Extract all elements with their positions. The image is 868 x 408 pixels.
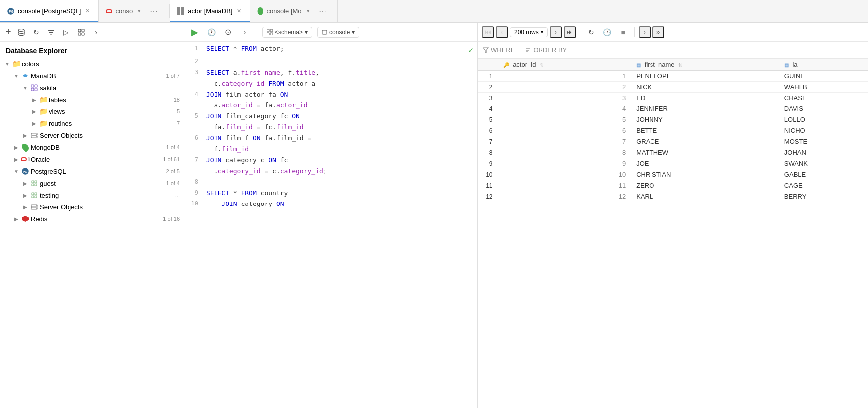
label-colors: colors	[22, 60, 180, 68]
stop-btn[interactable]: ■	[616, 25, 630, 39]
table-row[interactable]: 3 3 ED CHASE	[478, 93, 868, 103]
label-oracle: Oracle	[31, 156, 160, 163]
sort-first-name[interactable]: ⇅	[678, 62, 682, 68]
db-icon-btn[interactable]	[14, 25, 28, 39]
where-filter[interactable]: WHERE	[478, 45, 520, 55]
svg-rect-35	[322, 30, 327, 34]
next-page-btn[interactable]: ›	[550, 26, 562, 38]
sidebar-item-server-objects-pg[interactable]: ▶ Server Objects	[0, 201, 184, 213]
table-row[interactable]: 5 5 JOHNNY LOLLO	[478, 114, 868, 125]
table-row[interactable]: 2 2 NICK WAHLB	[478, 82, 868, 93]
tab-bar: PG console [PostgreSQL] ✕ conso ▾ ⋯ acto…	[0, 0, 868, 23]
data-table[interactable]: 🔑 actor_id ⇅ ▦ first_name ⇅ ▦ la	[478, 59, 868, 408]
table-row[interactable]: 1 1 PENELOPE GUINE	[478, 71, 868, 82]
svg-text:PG: PG	[23, 170, 27, 173]
add-button[interactable]: +	[4, 27, 13, 37]
table-row[interactable]: 8 8 MATTHEW JOHAN	[478, 147, 868, 158]
row-num: 10	[478, 169, 498, 180]
arrow-routines: ▶	[31, 121, 38, 126]
col-header-first-name[interactable]: ▦ first_name ⇅	[631, 59, 779, 71]
refresh-results-btn[interactable]: ↻	[584, 25, 598, 39]
tab-mongo-console[interactable]: console [Mo ▾ ⋯	[250, 0, 337, 22]
sidebar-item-guest[interactable]: ▶ guest 1 of 4	[0, 177, 184, 189]
mongo-icon	[257, 7, 263, 15]
col-label-first-name: first_name	[645, 61, 675, 68]
arrow-sakila: ▼	[22, 85, 29, 91]
cell-last-name: GABLE	[779, 169, 868, 180]
pin-btn[interactable]: ⊙	[221, 25, 235, 39]
tab-pg-console-close[interactable]: ✕	[84, 7, 91, 15]
sidebar-item-sakila[interactable]: ▼ sakila	[0, 82, 184, 94]
sidebar-item-mongodb[interactable]: ▶ MongoDB 1 of 4	[0, 141, 184, 153]
more-btn[interactable]: ›	[89, 25, 103, 39]
results-nav-right1[interactable]: ›	[639, 26, 651, 38]
schema-dropdown[interactable]: <schema> ▾	[262, 27, 312, 38]
table-row[interactable]: 6 6 BETTE NICHO	[478, 125, 868, 136]
label-server-objects-pg: Server Objects	[40, 204, 180, 211]
sidebar-item-postgresql[interactable]: ▼ PG PostgreSQL 2 of 5	[0, 165, 184, 177]
editor-content[interactable]: 1 SELECT * FROM actor; ✓ 2 3 SELECT a.fi…	[184, 42, 477, 408]
tab-pg-console[interactable]: PG console [PostgreSQL] ✕	[0, 0, 99, 22]
prev-page-btn[interactable]: ‹	[496, 26, 508, 38]
table-row[interactable]: 12 12 KARL BERRY	[478, 191, 868, 202]
table-row[interactable]: 10 10 CHRISTIAN GABLE	[478, 169, 868, 180]
tab-oracle-more[interactable]: ⋯	[146, 6, 162, 16]
col-header-last-name[interactable]: ▦ la	[779, 59, 868, 71]
tab-mariadb-close[interactable]: ✕	[235, 7, 243, 15]
sidebar-item-colors[interactable]: ▼ 📁 colors	[0, 58, 184, 70]
last-page-btn[interactable]: ⏭	[564, 26, 576, 38]
table-row[interactable]: 9 9 JOE SWANK	[478, 158, 868, 169]
cell-actor-id: 8	[498, 147, 631, 158]
tab-oracle-console[interactable]: conso ▾ ⋯	[99, 0, 169, 22]
tab-mariadb-actor[interactable]: actor [MariaDB] ✕	[170, 0, 250, 22]
order-by-filter[interactable]: ORDER BY	[520, 45, 572, 55]
results-nav-right2[interactable]: »	[652, 26, 664, 38]
tab-mongo-label: console [Mo	[266, 7, 301, 15]
rows-dropdown[interactable]: 200 rows ▾	[510, 27, 548, 37]
cell-last-name: DAVIS	[779, 103, 868, 114]
sidebar-item-server-objects-maria[interactable]: ▶ Server Objects	[0, 129, 184, 141]
schema-chevron: ▾	[305, 29, 308, 36]
cell-first-name: BETTE	[631, 125, 779, 136]
sort-actor-id[interactable]: ⇅	[540, 62, 543, 68]
forward-btn[interactable]: ›	[238, 25, 252, 39]
sidebar-item-oracle[interactable]: ▶ Oracle 1 of 61	[0, 153, 184, 165]
row-num: 11	[478, 180, 498, 191]
sidebar-item-redis[interactable]: ▶ Redis 1 of 16	[0, 213, 184, 225]
svg-point-29	[36, 208, 37, 209]
table-row[interactable]: 11 11 ZERO CAGE	[478, 180, 868, 191]
filter-btn[interactable]	[44, 25, 58, 39]
cell-last-name: CHASE	[779, 93, 868, 103]
sidebar-item-testing[interactable]: ▶ testing ...	[0, 189, 184, 201]
badge-postgresql: 2 of 5	[166, 168, 180, 174]
sidebar-item-tables[interactable]: ▶ 📁 tables 18	[0, 94, 184, 105]
col-header-actor-id[interactable]: 🔑 actor_id ⇅	[498, 59, 631, 71]
badge-tables: 18	[174, 97, 180, 102]
sidebar-item-routines[interactable]: ▶ 📁 routines 7	[0, 117, 184, 129]
svg-point-16	[36, 136, 37, 137]
table-row[interactable]: 7 7 GRACE MOSTE	[478, 136, 868, 147]
table-row[interactable]: 4 4 JENNIFER DAVIS	[478, 103, 868, 114]
arrow-guest: ▶	[22, 181, 29, 186]
tab-oracle-dropdown[interactable]: ▾	[136, 8, 143, 14]
badge-mongodb: 1 of 4	[166, 144, 180, 150]
grid-btn[interactable]	[74, 25, 88, 39]
cell-last-name: NICHO	[779, 125, 868, 136]
console-dropdown[interactable]: console ▾	[317, 27, 359, 38]
refresh-btn[interactable]: ↻	[29, 25, 43, 39]
play-btn[interactable]: ▷	[59, 25, 73, 39]
svg-marker-30	[22, 216, 29, 222]
sidebar-item-views[interactable]: ▶ 📁 views 5	[0, 105, 184, 117]
code-line-6b: f.film_id	[184, 144, 477, 155]
svg-point-15	[36, 134, 37, 135]
label-postgresql: PostgreSQL	[31, 168, 163, 175]
sidebar-item-mariadb[interactable]: ▼ MariaDB 1 of 7	[0, 70, 184, 82]
first-page-btn[interactable]: ⏮	[482, 26, 494, 38]
clock-btn[interactable]: 🕐	[600, 25, 614, 39]
rows-label: 200 rows	[514, 29, 539, 36]
history-btn[interactable]: 🕐	[204, 25, 218, 39]
tab-mongo-dropdown[interactable]: ▾	[305, 8, 312, 14]
svg-rect-23	[35, 193, 37, 195]
run-button[interactable]: ▶	[188, 26, 201, 39]
tab-mongo-more[interactable]: ⋯	[315, 6, 330, 16]
